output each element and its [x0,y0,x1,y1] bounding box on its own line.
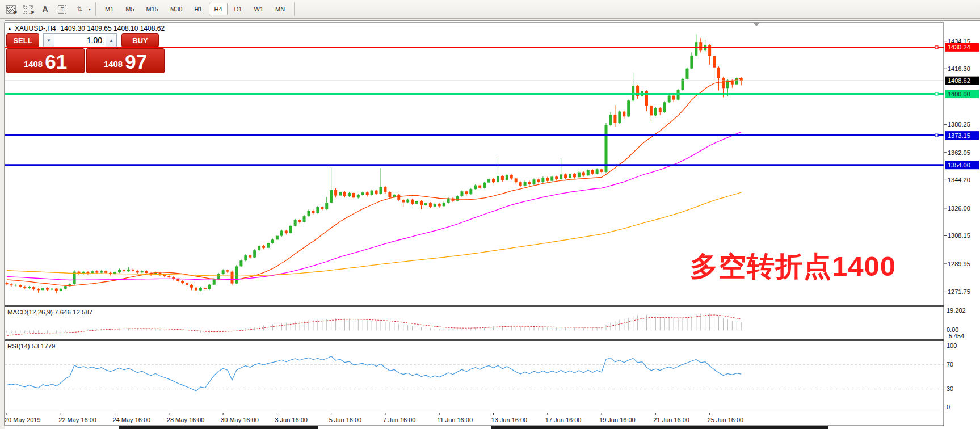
volume-decrease-button[interactable]: ▼ [43,33,54,47]
bid-quote-panel[interactable]: 1408 61 [6,48,85,73]
macd-scale-label: 19.202 [947,307,966,314]
price-badge-label: 1354.00 [948,162,970,169]
ohlc-values: 1409.30 1409.65 1408.10 1408.62 [61,24,165,32]
candle-body [609,115,612,125]
candle-body [528,182,531,184]
candle-body [186,283,188,285]
candle-body [352,193,355,197]
candle-body [393,195,396,197]
candle-body [465,191,468,194]
volume-input[interactable] [54,33,106,47]
rsi-scale-label: 70 [947,361,953,368]
price-badge-label: 1408.62 [948,77,970,84]
candle-body [546,178,549,181]
candle-body [600,169,603,172]
price-tick-label: 1289.95 [948,260,970,267]
candle-body [271,239,274,243]
candle-body [429,203,432,207]
candle-body [587,170,590,175]
bid-pips: 61 [45,53,67,71]
candle-body [262,246,265,248]
candle-body [64,286,67,289]
hline-drag-handle[interactable] [935,92,938,95]
candle-body [555,176,558,179]
candle-body [32,287,35,289]
window-edge-fragment [119,426,318,429]
candle-body [591,170,594,174]
candle-body [564,174,567,178]
candle-body [141,271,144,272]
price-badge-label: 1430.24 [948,44,970,51]
ask-quote-panel[interactable]: 1408 97 [86,48,165,73]
candle-body [492,179,495,182]
candle-body [276,236,279,240]
candle-body [55,289,58,291]
collapse-triangle-icon[interactable]: ▲ [7,26,12,31]
ask-pips: 97 [125,53,147,71]
candle-body [23,287,26,288]
candle-body [695,42,697,56]
candle-body [10,284,12,285]
price-tick-label: 1344.20 [948,176,970,183]
candle-body [578,172,581,177]
candle-body [690,56,693,69]
candle-body [294,220,297,226]
time-axis-label: 22 May 16:00 [58,417,96,423]
candle-body [501,176,504,180]
hline-drag-handle[interactable] [935,134,938,137]
candle-body [118,270,121,272]
time-axis-label: 25 Jun 16:00 [708,417,744,423]
time-axis-label: 7 Jun 16:00 [383,417,416,423]
candle-body [19,285,22,287]
candle-body [515,178,518,182]
candle-body [406,200,409,203]
rsi-scale-label: 100 [947,342,957,349]
candle-body [569,174,571,178]
candle-body [258,246,260,250]
candle-body [411,200,414,204]
candle-body [438,204,441,206]
macd-scale-label: -5.454 [947,333,964,339]
time-axis-label: 17 Jun 16:00 [545,417,582,423]
price-tick-label: 1362.05 [948,149,970,156]
candle-body [532,179,535,184]
candle-body [253,250,256,258]
candle-body [316,207,319,213]
candle-body [312,211,314,213]
rsi-scale-label: 30 [947,385,953,392]
candle-body [663,102,666,112]
symbol-title: XAUUSD-,H4 [15,24,56,32]
sell-button[interactable]: SELL [6,33,39,47]
candle-body [699,42,702,50]
candle-body [443,203,445,206]
candle-body [226,270,229,271]
candle-body [37,289,40,290]
candle-body [195,288,197,291]
candle-body [460,191,463,196]
candle-body [28,287,31,288]
time-axis-label: 13 Jun 16:00 [491,417,528,423]
volume-increase-button[interactable]: ▲ [106,33,117,47]
time-axis-label: 20 May 2019 [5,417,41,423]
time-axis-label: 24 May 16:00 [113,417,151,423]
chart-annotation-text[interactable]: 多空转折点1400 [690,248,896,285]
candle-body [6,283,9,284]
chart-header: ▲XAUUSD-,H41409.30 1409.65 1408.10 1408.… [7,24,165,32]
price-badge-label: 1400.00 [948,91,970,98]
hline-drag-handle[interactable] [935,46,938,49]
time-axis-label: 11 Jun 16:00 [437,417,473,423]
price-tick-label: 1271.75 [948,288,970,295]
candle-body [339,192,342,195]
price-tick-label: 1416.30 [948,65,970,72]
candle-body [474,186,477,190]
candle-body [388,192,391,197]
candle-body [550,176,553,180]
candle-body [321,207,323,209]
candle-body [325,203,328,209]
window-edge-fragment [491,426,828,429]
candle-body [685,69,688,79]
buy-button[interactable]: BUY [121,33,159,47]
candle-body [434,204,436,207]
candle-body [361,192,364,195]
candle-body [420,201,423,205]
